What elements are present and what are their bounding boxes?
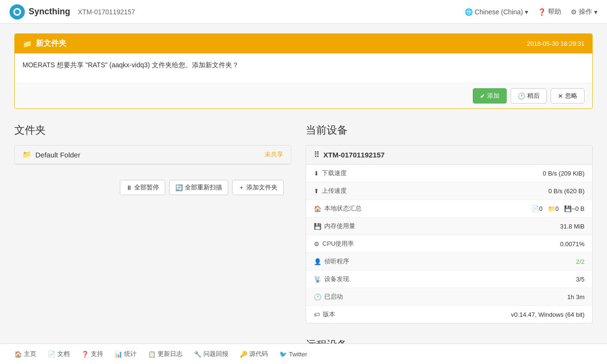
support-icon: ❓ xyxy=(81,351,89,358)
device-card-header: ⠿ XTM-01701192157 xyxy=(306,146,592,165)
folder-icon: 📁 xyxy=(22,150,32,159)
folder-name-text: Default Folder xyxy=(35,151,80,159)
version-icon: 🏷 xyxy=(314,311,320,318)
notification-timestamp: 2018-05-30 18:29:31 xyxy=(527,40,585,47)
discovery-value: 3/5 xyxy=(576,276,585,283)
ignore-label: 忽略 xyxy=(565,92,577,100)
source-label: 源代码 xyxy=(249,350,268,358)
discovery-row: 📡 设备发现 3/5 xyxy=(306,270,592,288)
clock-uptime-icon: 🕐 xyxy=(314,293,321,301)
folder-count-icon: 📁 xyxy=(548,205,555,212)
two-columns: 文件夹 📁 Default Folder 未共享 ⏸ 全部暂停 🔄 xyxy=(14,123,593,357)
changelog-label: 更新日志 xyxy=(158,350,182,358)
action-buttons: ⏸ 全部暂停 🔄 全部重新扫描 ＋ 添加文件夹 xyxy=(14,172,291,203)
pause-all-label: 全部暂停 xyxy=(134,183,159,192)
refresh-icon: 🔄 xyxy=(175,184,183,191)
language-label: Chinese (China) xyxy=(475,8,523,16)
listener-icon: 👤 xyxy=(314,258,321,265)
folders-section-title: 文件夹 xyxy=(14,123,291,137)
add-folder-label: 添加文件夹 xyxy=(246,183,277,192)
cpu-row: ⚙ CPU使用率 0.0071% xyxy=(306,235,592,253)
help-icon: ❓ xyxy=(538,8,546,16)
logo-inner-circle xyxy=(13,8,21,16)
download-speed-value: 0 B/s (209 KiB) xyxy=(543,170,585,177)
stats-icon: 📊 xyxy=(115,351,122,358)
later-button[interactable]: 🕐 稍后 xyxy=(511,88,547,104)
cpu-value: 0.0071% xyxy=(560,240,585,248)
logo-text: Syncthing xyxy=(29,7,70,17)
file-icon: 📄 xyxy=(532,205,539,212)
footer-stats[interactable]: 📊 统计 xyxy=(115,350,137,358)
home-footer-icon: 🏠 xyxy=(14,351,22,358)
twitter-label: Twitter xyxy=(289,351,307,358)
plus-icon: ＋ xyxy=(238,183,245,192)
footer-twitter[interactable]: 🐦 Twitter xyxy=(279,351,307,358)
add-label: 添加 xyxy=(487,92,500,100)
uptime-label: 🕐 已启动 xyxy=(314,292,343,301)
device-info-rows: ⬇ 下载速度 0 B/s (209 KiB) ⬆ 上传速度 0 B/s (620… xyxy=(306,165,592,323)
help-button[interactable]: ❓ 帮助 xyxy=(538,8,561,16)
listener-row: 👤 侦听程序 2/2 xyxy=(306,253,592,270)
gear-icon: ⚙ xyxy=(571,8,577,16)
add-folder-button[interactable]: ＋ 添加文件夹 xyxy=(232,180,284,195)
actions-button[interactable]: ⚙ 操作 ▾ xyxy=(571,8,597,16)
local-status-value: 📄0 📁0 💾~0 B xyxy=(532,205,585,212)
grid-icon: ⠿ xyxy=(314,150,319,159)
globe-icon: 🌐 xyxy=(465,8,473,16)
version-label: 🏷 版本 xyxy=(314,310,335,319)
footer-changelog[interactable]: 📋 更新日志 xyxy=(148,350,182,358)
header-left: Syncthing XTM-01701192157 xyxy=(10,4,135,20)
footer-docs[interactable]: 📄 文档 xyxy=(48,350,70,358)
clock-icon: 🕐 xyxy=(518,93,525,100)
upload-speed-value: 0 B/s (620 B) xyxy=(548,187,585,195)
download-speed-label: ⬇ 下载速度 xyxy=(314,169,347,177)
version-value: v0.14.47, Windows (64 bit) xyxy=(511,311,585,318)
report-label: 问题回报 xyxy=(203,350,228,358)
notification-actions: ✔ 添加 🕐 稍后 ✕ 忽略 xyxy=(15,83,592,108)
check-icon: ✔ xyxy=(480,93,485,100)
folder-card: 📁 Default Folder 未共享 xyxy=(14,145,291,165)
logo-icon xyxy=(10,4,25,20)
notification-banner: 📁 新文件夹 2018-05-30 18:29:31 MOERATS 想要共享 … xyxy=(14,33,593,109)
version-row: 🏷 版本 v0.14.47, Windows (64 bit) xyxy=(306,306,592,323)
ignore-button[interactable]: ✕ 忽略 xyxy=(551,88,585,104)
folder-status: 未共享 xyxy=(265,150,283,159)
storage-icon: 💾 xyxy=(564,205,572,212)
actions-label: 操作 xyxy=(579,8,592,16)
add-button[interactable]: ✔ 添加 xyxy=(473,88,507,104)
footer-support[interactable]: ❓ 支持 xyxy=(81,350,103,358)
folder-name: 📁 Default Folder xyxy=(22,150,80,159)
upload-speed-label: ⬆ 上传速度 xyxy=(314,187,347,195)
right-column: 当前设备 ⠿ XTM-01701192157 ⬇ 下载速度 0 B/s (209… xyxy=(306,123,593,357)
home-icon: 🏠 xyxy=(314,205,321,212)
discovery-icon: 📡 xyxy=(314,276,321,283)
current-device-title: 当前设备 xyxy=(306,123,593,137)
notification-title: 新文件夹 xyxy=(36,39,66,49)
pause-icon: ⏸ xyxy=(126,184,132,191)
download-icon: ⬇ xyxy=(314,170,319,177)
main-content: 📁 新文件夹 2018-05-30 18:29:31 MOERATS 想要共享 … xyxy=(0,24,607,364)
x-icon: ✕ xyxy=(558,93,563,100)
support-label: 支持 xyxy=(91,350,103,358)
notification-message: MOERATS 想要共享 "RATS" (aaqkx-vidq3) 文件夹给您。… xyxy=(22,61,585,70)
pause-all-button[interactable]: ⏸ 全部暂停 xyxy=(120,180,165,195)
notification-header-left: 📁 新文件夹 xyxy=(22,39,66,49)
cpu-label: ⚙ CPU使用率 xyxy=(314,239,354,248)
folder-icon-notification: 📁 xyxy=(22,39,32,48)
help-label: 帮助 xyxy=(548,8,561,16)
rescan-all-button[interactable]: 🔄 全部重新扫描 xyxy=(169,180,228,195)
language-selector[interactable]: 🌐 Chinese (China) ▾ xyxy=(465,8,528,16)
footer-source[interactable]: 🔑 源代码 xyxy=(240,350,268,358)
cpu-icon: ⚙ xyxy=(314,240,319,248)
later-label: 稍后 xyxy=(527,92,540,100)
local-status-row: 🏠 本地状态汇总 📄0 📁0 💾~0 B xyxy=(306,200,592,218)
device-card-id: XTM-01701192157 xyxy=(323,151,384,159)
home-footer-label: 主页 xyxy=(24,350,36,358)
docs-label: 文档 xyxy=(57,350,70,358)
discovery-label: 📡 设备发现 xyxy=(314,275,349,283)
chevron-down-icon: ▾ xyxy=(525,8,528,16)
footer-report[interactable]: 🔧 问题回报 xyxy=(194,350,228,358)
download-speed-row: ⬇ 下载速度 0 B/s (209 KiB) xyxy=(306,165,592,182)
footer-home[interactable]: 🏠 主页 xyxy=(14,350,36,358)
notification-body: MOERATS 想要共享 "RATS" (aaqkx-vidq3) 文件夹给您。… xyxy=(15,53,592,83)
